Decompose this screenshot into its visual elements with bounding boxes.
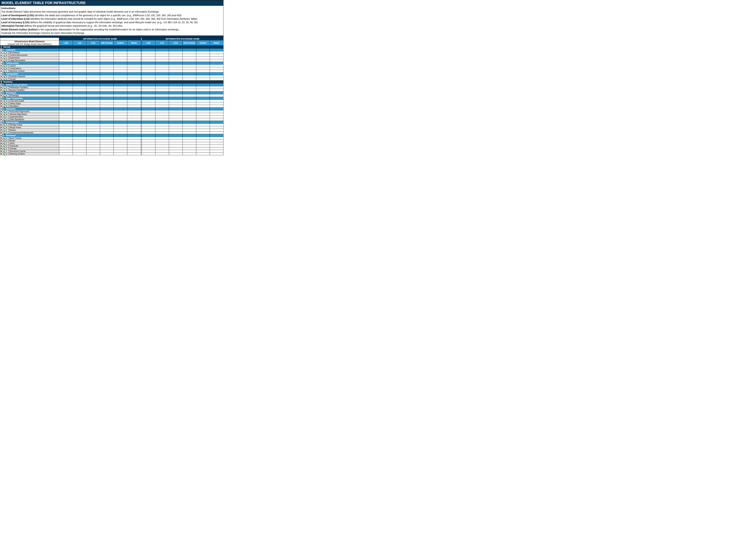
data-cell[interactable]: [127, 100, 141, 102]
data-cell[interactable]: [142, 83, 155, 86]
data-cell[interactable]: [127, 78, 141, 81]
data-cell[interactable]: [100, 147, 114, 150]
data-cell[interactable]: [86, 78, 100, 81]
data-cell[interactable]: [169, 49, 182, 51]
data-cell[interactable]: [86, 92, 100, 94]
data-cell[interactable]: [114, 92, 127, 94]
data-cell[interactable]: [127, 108, 141, 110]
data-cell[interactable]: [182, 49, 196, 51]
data-cell[interactable]: [210, 105, 223, 108]
data-cell[interactable]: [127, 131, 141, 134]
data-cell[interactable]: [100, 72, 114, 75]
data-cell[interactable]: [142, 86, 155, 89]
data-cell[interactable]: [73, 140, 86, 142]
data-cell[interactable]: [73, 137, 86, 140]
data-cell[interactable]: [210, 54, 223, 57]
data-cell[interactable]: [155, 116, 169, 118]
data-cell[interactable]: [127, 110, 141, 113]
data-cell[interactable]: [114, 118, 127, 121]
data-cell[interactable]: [210, 126, 223, 129]
data-cell[interactable]: [127, 70, 141, 72]
data-cell[interactable]: [114, 131, 127, 134]
data-cell[interactable]: [210, 116, 223, 118]
data-cell[interactable]: [155, 78, 169, 81]
data-cell[interactable]: [86, 97, 100, 100]
data-cell[interactable]: [155, 59, 169, 62]
data-cell[interactable]: [210, 137, 223, 140]
data-cell[interactable]: [73, 150, 86, 153]
data-cell[interactable]: [73, 59, 86, 62]
data-cell[interactable]: [182, 86, 196, 89]
data-cell[interactable]: [114, 121, 127, 124]
data-cell[interactable]: [182, 72, 196, 75]
data-cell[interactable]: [182, 65, 196, 67]
data-cell[interactable]: [196, 150, 210, 153]
data-cell[interactable]: [142, 62, 155, 65]
data-cell[interactable]: [182, 147, 196, 150]
data-cell[interactable]: [169, 126, 182, 129]
data-cell[interactable]: [182, 150, 196, 153]
data-cell[interactable]: [169, 118, 182, 121]
data-cell[interactable]: [142, 118, 155, 121]
data-cell[interactable]: [59, 110, 73, 113]
data-cell[interactable]: [100, 100, 114, 102]
data-cell[interactable]: [196, 140, 210, 142]
data-cell[interactable]: [169, 153, 182, 155]
data-cell[interactable]: [73, 78, 86, 81]
data-cell[interactable]: [210, 75, 223, 78]
data-cell[interactable]: [196, 102, 210, 105]
data-cell[interactable]: [59, 102, 73, 105]
data-cell[interactable]: [155, 70, 169, 72]
data-cell[interactable]: [127, 62, 141, 65]
data-cell[interactable]: [182, 129, 196, 131]
data-cell[interactable]: [59, 51, 73, 54]
data-cell[interactable]: [73, 108, 86, 110]
data-cell[interactable]: [86, 129, 100, 131]
data-cell[interactable]: [100, 137, 114, 140]
data-cell[interactable]: [196, 51, 210, 54]
data-cell[interactable]: [114, 110, 127, 113]
data-cell[interactable]: [114, 147, 127, 150]
data-cell[interactable]: [59, 54, 73, 57]
data-cell[interactable]: [196, 62, 210, 65]
data-cell[interactable]: [169, 140, 182, 142]
data-cell[interactable]: [86, 59, 100, 62]
data-cell[interactable]: [142, 54, 155, 57]
data-cell[interactable]: [210, 94, 223, 97]
data-cell[interactable]: [182, 54, 196, 57]
data-cell[interactable]: [114, 126, 127, 129]
data-cell[interactable]: [155, 137, 169, 140]
data-cell[interactable]: [169, 110, 182, 113]
data-cell[interactable]: [73, 113, 86, 116]
data-cell[interactable]: [169, 89, 182, 92]
data-cell[interactable]: [142, 131, 155, 134]
data-cell[interactable]: [86, 86, 100, 89]
data-cell[interactable]: [86, 153, 100, 155]
data-cell[interactable]: [182, 116, 196, 118]
data-cell[interactable]: [169, 121, 182, 124]
data-cell[interactable]: [210, 51, 223, 54]
data-cell[interactable]: [73, 72, 86, 75]
data-cell[interactable]: [59, 126, 73, 129]
data-cell[interactable]: [196, 121, 210, 124]
data-cell[interactable]: [196, 116, 210, 118]
data-cell[interactable]: [100, 118, 114, 121]
data-cell[interactable]: [210, 72, 223, 75]
data-cell[interactable]: [114, 94, 127, 97]
data-cell[interactable]: [210, 70, 223, 72]
data-cell[interactable]: [142, 94, 155, 97]
data-cell[interactable]: [210, 59, 223, 62]
data-cell[interactable]: [86, 57, 100, 59]
data-cell[interactable]: [196, 72, 210, 75]
data-cell[interactable]: [100, 116, 114, 118]
data-cell[interactable]: [155, 113, 169, 116]
data-cell[interactable]: [182, 153, 196, 155]
data-cell[interactable]: [59, 147, 73, 150]
data-cell[interactable]: [73, 102, 86, 105]
data-cell[interactable]: [100, 86, 114, 89]
data-cell[interactable]: [142, 57, 155, 59]
data-cell[interactable]: [100, 83, 114, 86]
data-cell[interactable]: [142, 75, 155, 78]
data-cell[interactable]: [169, 108, 182, 110]
data-cell[interactable]: [196, 92, 210, 94]
